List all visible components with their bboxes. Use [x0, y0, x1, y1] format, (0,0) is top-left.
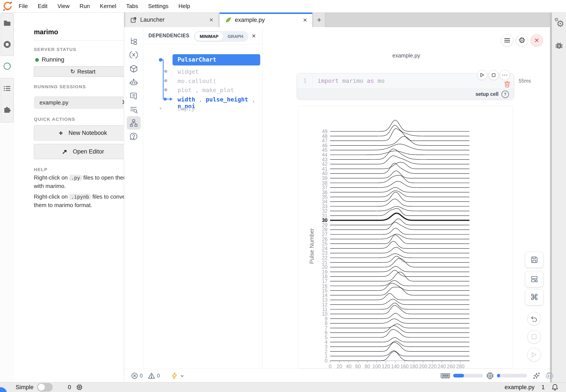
session-name: example.py — [40, 99, 68, 106]
run-mode-chevron-icon[interactable]: ⌄ — [179, 371, 185, 378]
ai-sparkle-icon[interactable] — [533, 372, 540, 380]
svg-text:180: 180 — [410, 364, 418, 369]
notebook-title: example.py — [263, 53, 550, 59]
svg-text:40: 40 — [346, 364, 352, 369]
running-kernels-icon[interactable] — [3, 40, 11, 49]
notebook-menu-button[interactable] — [501, 34, 513, 46]
run-all-play-icon — [532, 352, 537, 358]
menu-item-view[interactable]: View — [58, 3, 70, 10]
errors-icon[interactable] — [131, 373, 138, 379]
tree-node-plot[interactable]: plot , make_plot — [178, 87, 234, 93]
menu-item-help[interactable]: Help — [179, 3, 190, 10]
interrupt-button[interactable] — [527, 330, 541, 343]
notification-bell-icon[interactable] — [552, 384, 558, 391]
notification-bubble[interactable] — [0, 387, 7, 392]
shutdown-close-icon: × — [534, 36, 539, 44]
run-mode-bolt-icon[interactable] — [171, 372, 178, 379]
tab-example-py[interactable]: example.py × — [220, 13, 313, 27]
dependencies-panel: DEPENDENCIES MINIMAP GRAPH × PulsarC — [143, 27, 263, 369]
statusbar-right-group: example.py 1 — [505, 382, 558, 392]
svg-text:0: 0 — [329, 364, 332, 369]
new-notebook-label: New Notebook — [69, 130, 107, 136]
tree-node-empty[interactable]: empty — [178, 105, 195, 112]
statusbar-file-label: example.py — [505, 384, 535, 391]
activity-bar — [0, 13, 14, 382]
tree-node-selected[interactable]: PulsarChart — [173, 54, 260, 66]
help1-prefix: Right-click on — [34, 174, 68, 181]
cpu-chip-icon — [486, 372, 494, 380]
run-cell-button[interactable] — [477, 70, 487, 80]
warnings-icon[interactable] — [148, 373, 155, 379]
new-notebook-button[interactable]: + New Notebook — [34, 125, 132, 140]
tree-node-callout[interactable]: mo.callout( — [178, 78, 216, 84]
marimo-logo-icon — [3, 1, 13, 11]
debug-bug-icon[interactable] — [555, 41, 563, 50]
separator: , — [252, 96, 255, 103]
packages-cube-icon[interactable] — [130, 65, 138, 73]
undo-button[interactable] — [527, 312, 541, 325]
menu-item-run[interactable]: Run — [80, 3, 90, 10]
memory-ram-icon — [441, 372, 450, 379]
restart-button[interactable]: ↻ Restart — [34, 66, 132, 77]
tab-launcher-close-icon[interactable]: × — [209, 16, 213, 24]
delete-cell-trash-icon[interactable] — [504, 81, 510, 87]
statusbar-chip-icon[interactable] — [76, 384, 83, 391]
menu-item-kernel[interactable]: Kernel — [100, 3, 116, 10]
chart-output-card: 020406080100120140160180200220240260280P… — [298, 106, 513, 369]
tab-launcher[interactable]: Launcher × — [125, 13, 219, 27]
tree-node-widget[interactable]: widget — [178, 68, 199, 75]
toggle-minimap-option[interactable]: MINIMAP — [195, 32, 223, 41]
setup-cell-help-icon[interactable]: ? — [502, 91, 509, 98]
graph-label: GRAPH — [228, 34, 243, 39]
dependencies-close-icon[interactable]: × — [252, 32, 256, 40]
tree-node-selected-label: PulsarChart — [178, 56, 216, 63]
errors-count: 0 — [140, 373, 143, 379]
extensions-puzzle-icon[interactable] — [3, 105, 11, 113]
save-notebook-button[interactable] — [525, 252, 543, 268]
active-tab-accent — [220, 13, 312, 14]
help-heading: HELP — [34, 167, 47, 172]
help-bubble-icon[interactable] — [130, 132, 138, 141]
gutter-divider — [312, 75, 313, 87]
menu-item-settings[interactable]: Settings — [148, 3, 168, 10]
file-browser-icon[interactable] — [3, 19, 11, 27]
undo-icon — [531, 316, 537, 322]
file-tree-icon[interactable] — [130, 37, 138, 45]
session-item[interactable]: example.py ✕ — [34, 96, 132, 109]
command-palette-button[interactable]: ⌘ — [525, 289, 543, 305]
cpu-usage-fill — [497, 374, 500, 378]
memory-usage-fill — [453, 374, 464, 378]
minimap-graph-toggle: MINIMAP GRAPH — [194, 31, 249, 42]
run-all-button[interactable] — [527, 348, 541, 362]
right-strip-scrollbar[interactable] — [550, 13, 552, 382]
table-of-contents-icon[interactable] — [3, 84, 11, 93]
ai-robot-icon[interactable] — [130, 78, 138, 86]
menu-item-tabs[interactable]: Tabs — [126, 3, 138, 10]
notebook-shutdown-button[interactable]: × — [531, 34, 543, 46]
logs-scroll-icon[interactable] — [130, 92, 138, 100]
dependencies-sitemap-icon[interactable] — [130, 119, 138, 127]
help2-prefix: Right-click on — [34, 193, 68, 200]
menu-item-file[interactable]: File — [19, 3, 28, 10]
variables-icon[interactable] — [130, 51, 138, 59]
trace-search-icon[interactable] — [130, 105, 138, 114]
notebook-settings-button[interactable]: ⚙ — [516, 34, 528, 46]
warnings-count: 0 — [157, 373, 160, 379]
new-tab-button[interactable]: + — [313, 13, 325, 27]
code-line[interactable]: import marimo as mo — [317, 77, 385, 84]
copilot-icon[interactable] — [545, 372, 554, 379]
toggle-graph-option[interactable]: GRAPH — [223, 32, 248, 41]
separator: , — [199, 96, 202, 103]
notification-count: 1 — [541, 384, 545, 391]
tab-example-close-icon[interactable]: × — [303, 16, 307, 24]
simple-mode-toggle[interactable] — [37, 383, 53, 392]
right-side-strip: ⚙ ⚙ — [550, 13, 566, 382]
stop-cell-button[interactable] — [489, 70, 498, 80]
menu-item-edit[interactable]: Edit — [38, 3, 47, 10]
identifier-mo: mo — [377, 77, 385, 84]
open-editor-button[interactable]: ↗ Open Editor — [34, 144, 132, 159]
svg-text:140: 140 — [391, 364, 399, 369]
cell-more-button[interactable]: ⋯ — [500, 70, 510, 80]
memory-usage-bar — [453, 374, 483, 378]
layout-toggle-button[interactable] — [525, 271, 543, 287]
